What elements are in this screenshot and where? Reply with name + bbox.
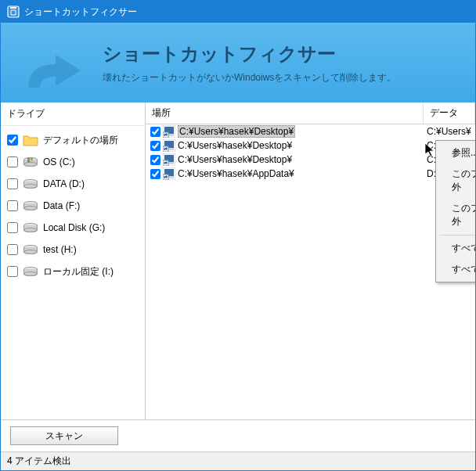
banner-subheading: 壊れたショートカットがないかWindoiwsをスキャンして削除します。 (103, 71, 396, 84)
row-checkbox[interactable] (150, 127, 160, 137)
drive-item[interactable]: デフォルトの場所 (1, 129, 145, 151)
drive-item[interactable]: test (H:) (1, 239, 145, 261)
row-data: C:¥Users¥ (424, 126, 475, 137)
drive-label: DATA (D:) (43, 178, 85, 189)
row-location: C:¥Users¥hasek¥Desktop¥ (178, 140, 292, 151)
drive-item[interactable]: ローカル固定 (I:) (1, 261, 145, 282)
row-checkbox[interactable] (150, 169, 160, 179)
drive-icon (23, 199, 38, 213)
menu-item[interactable]: すべて選択 (438, 238, 475, 259)
drive-label: ローカル固定 (I:) (43, 265, 114, 279)
drive-checkbox[interactable] (7, 244, 18, 255)
svg-rect-4 (27, 158, 30, 160)
menu-separator (439, 235, 475, 236)
shortcut-icon (163, 125, 175, 138)
banner: ショートカットフィクサー 壊れたショートカットがないかWindoiwsをスキャン… (1, 23, 475, 102)
drive-item[interactable]: Local Disk (G:) (1, 217, 145, 239)
drive-pane: ドライブ デフォルトの場所OS (C:)DATA (D:)Data (F:)Lo… (1, 102, 146, 419)
drive-label: Data (F:) (43, 200, 80, 211)
drive-checkbox[interactable] (7, 135, 18, 146)
row-checkbox[interactable] (150, 155, 160, 165)
drive-item[interactable]: Data (F:) (1, 195, 145, 217)
row-checkbox[interactable] (150, 141, 160, 151)
menu-item[interactable]: 参照... (438, 142, 475, 164)
table-row[interactable]: C:¥Users¥hasek¥Desktop¥C:¥Users¥ (146, 124, 475, 138)
drive-icon (23, 155, 38, 169)
title-bar: ショートカットフィクサー (1, 1, 475, 23)
drive-icon (23, 133, 38, 147)
row-location: C:¥Users¥hasek¥Desktop¥ (178, 125, 295, 138)
shortcut-icon (163, 153, 175, 166)
svg-rect-7 (31, 160, 33, 163)
button-bar: スキャン (1, 420, 475, 451)
results-header: 場所 データ (146, 102, 475, 124)
drive-checkbox[interactable] (7, 222, 18, 233)
results-list: C:¥Users¥hasek¥Desktop¥C:¥Users¥C:¥Users… (146, 124, 475, 419)
table-row[interactable]: C:¥Users¥hasek¥Desktop¥C:¥Users¥ (146, 138, 475, 153)
banner-heading: ショートカットフィクサー (103, 41, 396, 67)
shortcut-icon (163, 167, 175, 180)
column-location[interactable]: 場所 (146, 102, 424, 124)
drive-pane-header: ドライブ (1, 102, 145, 126)
drive-list: デフォルトの場所OS (C:)DATA (D:)Data (F:)Local D… (1, 126, 145, 419)
drive-checkbox[interactable] (7, 200, 18, 211)
row-location: C:¥Users¥hasek¥Desktop¥ (178, 154, 292, 165)
drive-icon (23, 264, 38, 279)
drive-icon (23, 243, 38, 257)
row-location: C:¥Users¥hasek¥AppData¥ (178, 168, 294, 179)
column-data[interactable]: データ (424, 102, 475, 124)
svg-rect-5 (31, 158, 33, 160)
banner-arrow-icon (24, 52, 95, 99)
drive-label: デフォルトの場所 (43, 134, 118, 147)
shortcut-icon (163, 139, 175, 152)
menu-item[interactable]: すべて選択解除 (438, 259, 475, 280)
drive-item[interactable]: DATA (D:) (1, 173, 145, 195)
status-bar: 4 アイテム検出 (1, 451, 475, 470)
drive-item[interactable]: OS (C:) (1, 151, 145, 173)
drive-label: test (H:) (43, 244, 77, 255)
context-menu: 参照...このファイルを除外このフォルダを除外すべて選択すべて選択解除 (435, 140, 475, 282)
results-pane: 場所 データ C:¥Users¥hasek¥Desktop¥C:¥Users¥C… (146, 102, 475, 419)
drive-checkbox[interactable] (7, 178, 18, 189)
drive-checkbox[interactable] (7, 266, 18, 277)
menu-item[interactable]: このフォルダを除外 (438, 198, 475, 232)
window-title: ショートカットフィクサー (24, 5, 137, 19)
table-row[interactable]: C:¥Users¥hasek¥Desktop¥C:¥WINDO (146, 153, 475, 167)
app-icon (7, 5, 20, 18)
menu-item[interactable]: このファイルを除外 (438, 164, 475, 198)
svg-rect-6 (27, 160, 30, 163)
drive-icon (23, 221, 38, 235)
drive-icon (23, 177, 38, 191)
scan-button[interactable]: スキャン (10, 426, 118, 445)
drive-label: OS (C:) (43, 156, 75, 167)
drive-label: Local Disk (G:) (43, 222, 105, 233)
svg-rect-1 (10, 7, 16, 9)
drive-checkbox[interactable] (7, 156, 18, 167)
table-row[interactable]: C:¥Users¥hasek¥AppData¥D:¥downlo (146, 167, 475, 181)
